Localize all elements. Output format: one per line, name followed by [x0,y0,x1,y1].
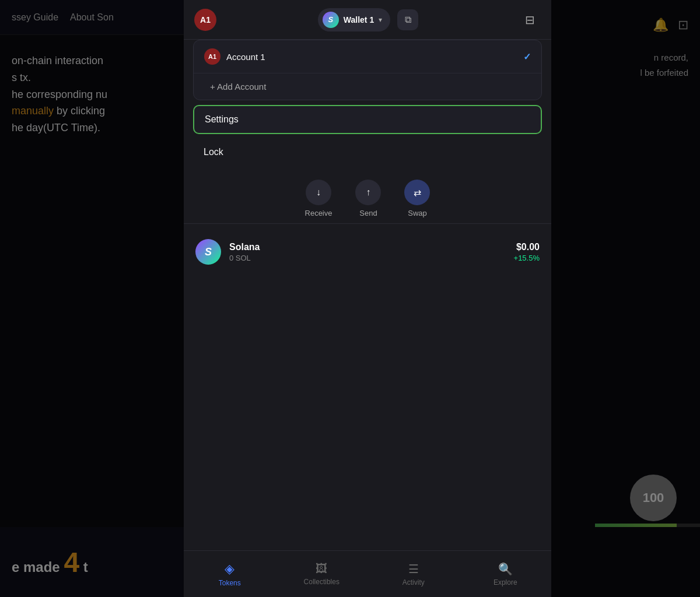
account-name-label: Account 1 [226,52,517,62]
explore-nav-icon: 🔍 [498,562,513,576]
send-icon: ↑ [366,187,370,198]
action-row: ↓ Receive ↑ Send ⇄ Swap [184,170,551,224]
nav-explore[interactable]: 🔍 Explore [460,551,552,597]
swap-icon-circle: ⇄ [404,180,430,205]
header-right-icons: ⊟ [520,9,541,30]
token-balance: 0 SOL [229,254,506,262]
token-change: +15.5% [514,254,540,262]
left-overlay [0,0,184,597]
swap-button[interactable]: ⇄ Swap [404,180,430,217]
lock-label: Lock [204,147,223,157]
wallet-name-label: Wallet 1 [344,15,374,24]
receive-label: Receive [305,209,332,217]
copy-icon: ⧉ [405,15,411,25]
solana-logo-small: S [323,12,339,28]
receive-icon-circle: ↓ [306,180,331,205]
token-name: Solana [229,242,506,252]
nav-collectibles[interactable]: 🖼 Collectibles [276,551,368,597]
token-value: $0.00 [514,242,540,252]
account-dropdown-menu: A1 Account 1 ✓ + Add Account [193,40,542,100]
swap-label: Swap [408,209,427,217]
account-1-item[interactable]: A1 Account 1 ✓ [194,40,541,73]
bottom-nav: ◈ Tokens 🖼 Collectibles ☰ Activity 🔍 Exp… [184,550,551,597]
tokens-nav-icon: ◈ [225,561,235,577]
token-info: Solana 0 SOL [229,242,506,262]
wallet-panel: A1 S Wallet 1 ▾ ⧉ ⊟ A1 Account 1 [184,0,551,597]
send-icon-circle: ↑ [355,180,381,205]
tokens-nav-label: Tokens [219,579,241,587]
swap-icon: ⇄ [414,187,421,198]
right-overlay [551,0,700,597]
settings-label: Settings [205,114,239,124]
wallet-header: A1 S Wallet 1 ▾ ⧉ ⊟ [184,0,551,40]
add-account-item[interactable]: + Add Account [194,73,541,100]
dropdown-container: A1 Account 1 ✓ + Add Account Settings Lo… [184,40,551,170]
send-label: Send [359,209,377,217]
add-account-label: + Add Account [210,82,266,92]
token-row-solana[interactable]: S Solana 0 SOL $0.00 +15.5% [184,231,551,273]
activity-nav-icon: ☰ [408,562,419,576]
send-button[interactable]: ↑ Send [355,180,381,217]
avatar-button[interactable]: A1 [194,9,216,31]
lock-item[interactable]: Lock [193,139,542,166]
collectibles-nav-icon: 🖼 [316,562,327,575]
nav-activity[interactable]: ☰ Activity [368,551,460,597]
collectibles-nav-label: Collectibles [304,578,340,586]
receive-button[interactable]: ↓ Receive [305,180,332,217]
solana-token-icon: S [195,239,221,265]
copy-address-button[interactable]: ⧉ [397,9,418,30]
settings-item[interactable]: Settings [193,105,542,134]
explore-nav-label: Explore [494,578,517,587]
token-list: S Solana 0 SOL $0.00 +15.5% [184,224,551,550]
nav-tokens[interactable]: ◈ Tokens [184,551,276,597]
activity-nav-label: Activity [402,578,425,587]
chevron-down-icon: ▾ [379,16,382,24]
token-price-wrap: $0.00 +15.5% [514,242,540,262]
sidebar-icon: ⊟ [525,13,535,27]
wallet-selector-button[interactable]: S Wallet 1 ▾ [318,8,390,31]
account-selected-checkmark: ✓ [523,51,531,62]
receive-icon: ↓ [316,187,321,198]
account-avatar: A1 [204,48,220,65]
sidebar-toggle-button[interactable]: ⊟ [520,9,541,30]
